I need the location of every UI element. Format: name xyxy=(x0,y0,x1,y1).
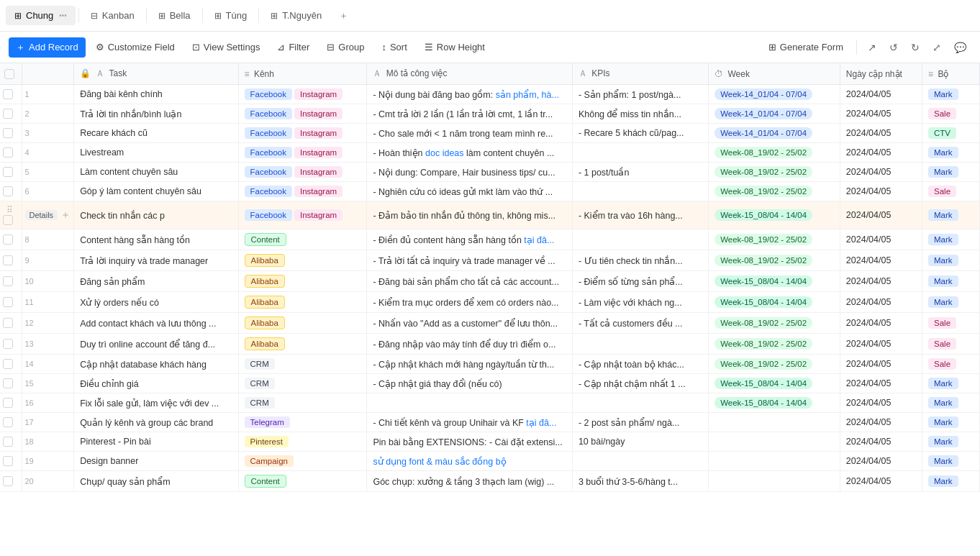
week-badge[interactable]: Week-08_19/02 - 25/02 xyxy=(714,147,812,158)
week-badge[interactable]: Week-14_01/04 - 07/04 xyxy=(714,88,812,100)
tag-alibaba[interactable]: Alibaba xyxy=(245,316,285,329)
tag-facebook[interactable]: Facebook xyxy=(245,186,293,197)
add-record-button[interactable]: ＋ Add Record xyxy=(9,37,86,58)
task-cell[interactable]: Content hàng sẵn hàng tồn xyxy=(74,229,238,250)
share-icon-button[interactable]: ↗ xyxy=(863,38,881,57)
mo-ta-link[interactable]: sử dụng font & màu sắc đồng bộ xyxy=(373,457,506,467)
bo-badge[interactable]: Mark xyxy=(928,378,958,389)
tag-alibaba[interactable]: Alibaba xyxy=(245,275,285,288)
row-checkbox[interactable] xyxy=(3,359,13,369)
task-cell[interactable]: Trả lời inquiry và trade manager xyxy=(74,250,238,271)
bo-badge[interactable]: Mark xyxy=(928,255,958,266)
week-badge[interactable]: Week-08_19/02 - 25/02 xyxy=(714,358,812,370)
task-cell[interactable]: Cập nhật database khách hàng xyxy=(74,355,238,374)
view-settings-button[interactable]: ⊡ View Settings xyxy=(185,38,268,56)
week-badge[interactable]: Week-08_19/02 - 25/02 xyxy=(714,255,812,266)
tag-facebook[interactable]: Facebook xyxy=(245,166,293,178)
week-badge[interactable]: Week-15_08/04 - 14/04 xyxy=(714,378,812,389)
week-badge[interactable]: Week-15_08/04 - 14/04 xyxy=(714,397,812,409)
bo-badge[interactable]: Mark xyxy=(928,166,958,178)
task-cell[interactable]: Fix lỗi sale gửi, làm việc với dev ... xyxy=(74,393,238,413)
week-badge[interactable]: Week-14_01/04 - 07/04 xyxy=(714,127,812,139)
week-badge[interactable]: Week-14_01/04 - 07/04 xyxy=(714,108,812,119)
row-checkbox[interactable] xyxy=(3,89,13,99)
filter-button[interactable]: ⊿ Filter xyxy=(270,38,317,56)
drag-handle[interactable]: ⠿ xyxy=(6,205,13,215)
add-tab-button[interactable]: ＋ xyxy=(332,5,355,27)
week-badge[interactable]: Week-15_08/04 - 14/04 xyxy=(714,296,812,308)
task-cell[interactable]: Check tin nhắn các p xyxy=(74,201,238,229)
mo-ta-link[interactable]: doc ideas xyxy=(425,148,464,158)
row-checkbox[interactable] xyxy=(3,417,13,427)
week-badge[interactable]: Week-15_08/04 - 14/04 xyxy=(714,209,812,221)
task-cell[interactable]: Góp ý làm content chuyên sâu xyxy=(74,182,238,201)
week-badge[interactable]: Week-15_08/04 - 14/04 xyxy=(714,275,812,287)
redo-button[interactable]: ↻ xyxy=(906,38,925,57)
week-badge[interactable]: Week-08_19/02 - 25/02 xyxy=(714,317,812,329)
tag-facebook[interactable]: Facebook xyxy=(245,127,293,139)
tag-instagram[interactable]: Instagram xyxy=(294,88,342,100)
group-button[interactable]: ⊟ Group xyxy=(319,38,371,56)
row-checkbox[interactable] xyxy=(3,109,13,119)
tag-facebook[interactable]: Facebook xyxy=(245,147,293,158)
mo-ta-link[interactable]: sản phẩm, hà... xyxy=(496,90,559,100)
details-button[interactable]: Details xyxy=(25,210,58,220)
week-badge[interactable]: Week-08_19/02 - 25/02 xyxy=(714,186,812,197)
tag-facebook[interactable]: Facebook xyxy=(245,108,293,119)
tab-bella[interactable]: ⊞ Bella xyxy=(150,6,199,25)
tag-pinterest[interactable]: Pinterest xyxy=(245,436,289,447)
tag-crm[interactable]: CRM xyxy=(245,358,275,370)
tag-telegram[interactable]: Telegram xyxy=(245,416,290,428)
task-cell[interactable]: Xử lý orders nếu có xyxy=(74,292,238,313)
task-cell[interactable]: Đăng sản phẩm xyxy=(74,271,238,292)
tag-alibaba[interactable]: Alibaba xyxy=(245,337,285,350)
bo-badge[interactable]: Sale xyxy=(928,338,956,350)
mo-ta-link[interactable]: tại đâ... xyxy=(526,418,556,428)
task-cell[interactable]: Duy trì online account để tăng đ... xyxy=(74,334,238,355)
row-checkbox[interactable] xyxy=(3,234,13,245)
tag-instagram[interactable]: Instagram xyxy=(294,186,342,197)
bo-badge[interactable]: Sale xyxy=(928,108,956,119)
row-checkbox[interactable] xyxy=(3,167,13,177)
row-add-button[interactable]: ＋ xyxy=(60,209,71,222)
bo-badge[interactable]: Mark xyxy=(928,436,958,447)
row-checkbox[interactable] xyxy=(3,437,13,447)
row-checkbox[interactable] xyxy=(3,255,13,265)
mo-ta-link[interactable]: tại đâ... xyxy=(524,235,554,245)
bo-badge[interactable]: Mark xyxy=(928,147,958,158)
bo-badge[interactable]: Mark xyxy=(928,296,958,308)
bo-badge[interactable]: Mark xyxy=(928,88,958,100)
generate-form-button[interactable]: ⊞ Generate Form xyxy=(761,38,850,56)
task-cell[interactable]: Recare khách cũ xyxy=(74,124,238,143)
row-checkbox[interactable] xyxy=(3,456,13,466)
week-badge[interactable]: Week-08_19/02 - 25/02 xyxy=(714,234,812,245)
select-all-checkbox[interactable] xyxy=(4,69,14,79)
task-cell[interactable]: Add contact khách và lưu thông ... xyxy=(74,313,238,334)
bo-badge[interactable]: Mark xyxy=(928,209,958,221)
task-cell[interactable]: Design banner xyxy=(74,452,238,471)
chat-button[interactable]: 💬 xyxy=(949,38,971,57)
task-cell[interactable]: Quản lý kênh và group các brand xyxy=(74,413,238,432)
row-checkbox[interactable] xyxy=(3,276,13,286)
week-badge[interactable]: Week-08_19/02 - 25/02 xyxy=(714,166,812,178)
row-checkbox[interactable] xyxy=(3,318,13,328)
bo-badge[interactable]: Mark xyxy=(928,475,958,487)
tag-instagram[interactable]: Instagram xyxy=(294,147,342,158)
customize-field-button[interactable]: ⚙ Customize Field xyxy=(89,38,182,56)
task-cell[interactable]: Pinterest - Pin bài xyxy=(74,432,238,452)
task-cell[interactable]: Làm content chuyên sâu xyxy=(74,163,238,182)
tab-tung[interactable]: ⊞ Tùng xyxy=(206,6,256,25)
tab-chung-more[interactable]: ••• xyxy=(59,12,67,19)
row-checkbox[interactable] xyxy=(3,297,13,307)
tag-campaign[interactable]: Campaign xyxy=(245,455,294,467)
task-cell[interactable]: Đăng bài kênh chính xyxy=(74,85,238,104)
week-badge[interactable]: Week-08_19/02 - 25/02 xyxy=(714,338,812,350)
tag-facebook[interactable]: Facebook xyxy=(245,209,293,221)
task-cell[interactable]: Trả lời tin nhắn/bình luận xyxy=(74,104,238,124)
bo-badge[interactable]: Mark xyxy=(928,455,958,467)
task-cell[interactable]: Điều chỉnh giá xyxy=(74,374,238,393)
tag-content[interactable]: Content xyxy=(245,475,286,488)
row-checkbox[interactable] xyxy=(3,147,13,158)
tag-instagram[interactable]: Instagram xyxy=(294,209,342,221)
bo-badge[interactable]: CTV xyxy=(928,127,956,139)
